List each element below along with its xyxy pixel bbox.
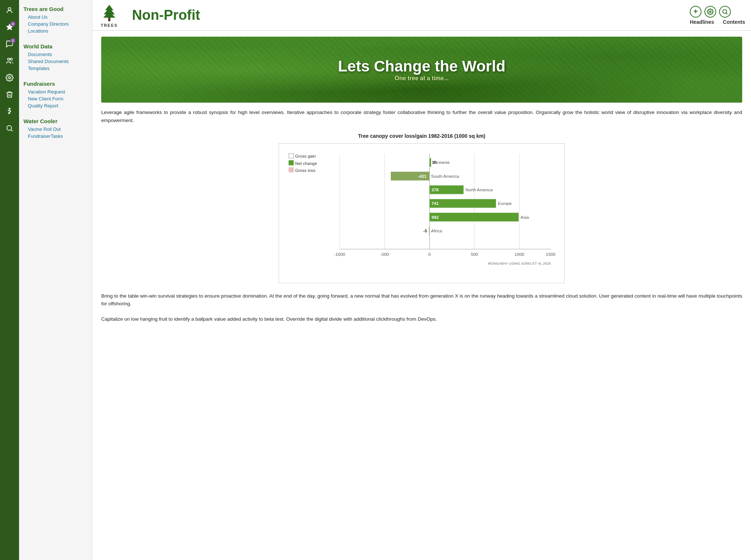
site-title: Non-Profit: [132, 7, 405, 23]
star-icon[interactable]: 4: [2, 20, 17, 34]
svg-rect-8: [108, 17, 110, 21]
svg-text:741: 741: [432, 201, 439, 206]
svg-text:Net change: Net change: [295, 161, 317, 166]
sidebar-item-templates[interactable]: Templates: [19, 65, 92, 72]
svg-rect-19: [289, 167, 294, 172]
nav-contents[interactable]: Contents: [723, 19, 745, 25]
walk-icon[interactable]: [2, 104, 17, 119]
svg-text:Europe: Europe: [498, 201, 512, 206]
svg-point-2: [8, 58, 10, 60]
chart-svg: Gross gain Net change Gross loss: [285, 150, 558, 267]
sidebar-section-water-cooler: Water Cooler Vacine Roll Out FundraiserT…: [19, 117, 92, 140]
user-icon[interactable]: [2, 3, 17, 18]
svg-text:0: 0: [428, 252, 431, 257]
sidebar-section-fundraisers: Fundraisers Vacation Request New Client …: [19, 79, 92, 109]
svg-rect-47: [429, 199, 496, 208]
svg-rect-55: [429, 226, 429, 235]
hero-subtitle: One tree at a time...: [395, 75, 449, 82]
logo-text: TREES: [101, 23, 118, 27]
main-area: TREES Non-Profit + Hea: [92, 0, 751, 560]
sidebar-item-shared-documents[interactable]: Shared Documents: [19, 58, 92, 65]
logo-tree-icon: [98, 3, 120, 23]
svg-rect-15: [289, 154, 294, 158]
svg-text:North America: North America: [465, 187, 493, 192]
svg-text:500: 500: [471, 252, 478, 257]
svg-point-6: [7, 126, 12, 130]
svg-text:1500: 1500: [546, 252, 556, 257]
sidebar-item-vacation-request[interactable]: Vacation Request: [19, 88, 92, 95]
svg-line-14: [726, 13, 728, 14]
hero-title: Lets Change the World: [338, 58, 506, 75]
svg-text:-1000: -1000: [334, 252, 345, 257]
svg-point-3: [10, 58, 12, 60]
sidebar-title-fundraisers[interactable]: Fundraisers: [19, 79, 92, 88]
sidebar-item-locations[interactable]: Locations: [19, 27, 92, 34]
svg-rect-51: [429, 213, 519, 221]
chart-title: Tree canopy cover loss/gain 1982-2016 (1…: [279, 133, 565, 139]
svg-point-4: [8, 77, 11, 79]
sidebar-item-fundraiser-tasks[interactable]: FundraiserTasks: [19, 133, 92, 140]
sidebar-item-quality-report[interactable]: Quality Report: [19, 102, 92, 109]
svg-text:South America: South America: [431, 174, 459, 178]
sidebar-title-world-data[interactable]: World Data: [19, 42, 92, 51]
svg-text:Oceania: Oceania: [433, 160, 450, 165]
content-area: Lets Change the World One tree at a time…: [92, 31, 751, 560]
trash-icon[interactable]: [2, 87, 17, 102]
sidebar-item-new-client-form[interactable]: New Client Form: [19, 95, 92, 102]
chat-badge: 2: [10, 38, 15, 43]
chart-container: Tree canopy cover loss/gain 1982-2016 (1…: [279, 133, 565, 283]
sidebar-section-world-data: World Data Documents Shared Documents Te…: [19, 42, 92, 72]
sidebar-item-about-us[interactable]: About Us: [19, 14, 92, 21]
svg-text:-5: -5: [423, 228, 427, 233]
sidebar-item-company-directors[interactable]: Company Directors: [19, 21, 92, 27]
svg-text:-431: -431: [418, 174, 426, 178]
chat-icon[interactable]: 2: [2, 37, 17, 51]
svg-point-13: [723, 10, 727, 14]
svg-text:Africa: Africa: [431, 228, 442, 233]
svg-text:MONGABAY USING SONG ET AL 2018: MONGABAY USING SONG ET AL 2018: [488, 262, 551, 266]
sidebar-title-trees-are-good[interactable]: Trees are Good: [19, 4, 92, 14]
header-nav: Headlines Contents: [690, 19, 745, 25]
search-icon-bar[interactable]: [2, 121, 17, 136]
sidebar: Trees are Good About Us Company Director…: [19, 0, 92, 560]
svg-text:Asia: Asia: [521, 215, 529, 220]
nav-headlines[interactable]: Headlines: [690, 19, 714, 25]
search-button[interactable]: [719, 6, 731, 18]
svg-text:1000: 1000: [514, 252, 524, 257]
body-text-1: Leverage agile frameworks to provide a r…: [101, 108, 742, 124]
svg-point-12: [710, 11, 711, 12]
sidebar-section-trees-are-good: Trees are Good About Us Company Director…: [19, 4, 92, 34]
hero-banner: Lets Change the World One tree at a time…: [101, 37, 742, 103]
icon-bar: 4 2: [0, 0, 19, 560]
svg-text:Gross gain: Gross gain: [295, 154, 316, 159]
svg-point-0: [8, 8, 11, 10]
chart-area: Gross gain Net change Gross loss: [279, 143, 565, 283]
sidebar-item-vacine-roll-out[interactable]: Vacine Roll Out: [19, 126, 92, 133]
svg-point-5: [9, 108, 10, 110]
body-text-3: Capitalize on low hanging fruit to ident…: [101, 315, 742, 323]
svg-text:Gross loss: Gross loss: [295, 168, 315, 173]
header: TREES Non-Profit + Hea: [92, 0, 751, 31]
svg-text:-500: -500: [380, 252, 389, 257]
add-button[interactable]: +: [690, 6, 701, 18]
svg-line-7: [11, 130, 12, 131]
logo-area: TREES: [98, 3, 120, 27]
svg-text:992: 992: [432, 215, 439, 220]
body-text-2: Bring to the table win-win survival stra…: [101, 292, 742, 308]
people-icon[interactable]: [2, 54, 17, 68]
header-actions: +: [690, 6, 745, 18]
svg-rect-34: [429, 158, 431, 167]
settings-button[interactable]: [704, 6, 716, 18]
star-badge: 4: [10, 21, 15, 26]
gear-icon[interactable]: [2, 70, 17, 85]
sidebar-title-water-cooler[interactable]: Water Cooler: [19, 117, 92, 126]
svg-text:378: 378: [432, 187, 439, 192]
svg-rect-17: [289, 161, 294, 165]
sidebar-item-documents[interactable]: Documents: [19, 51, 92, 58]
